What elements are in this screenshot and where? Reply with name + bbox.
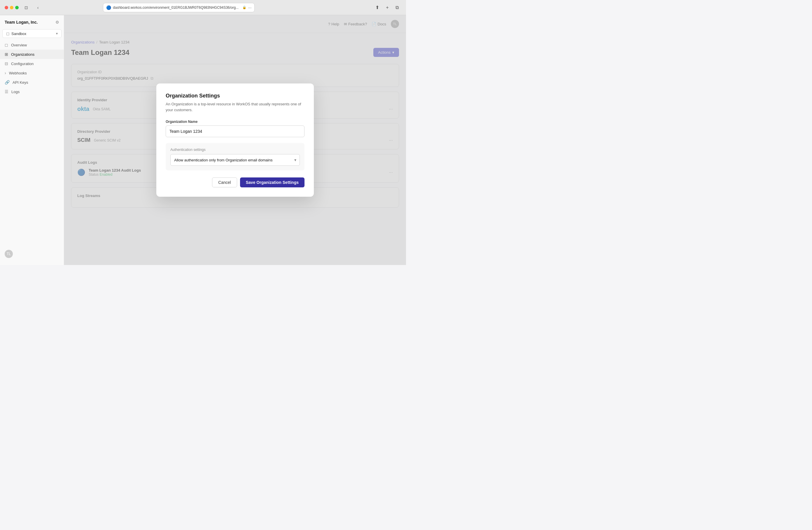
address-more-icon: ··· — [248, 5, 252, 10]
close-traffic-light[interactable] — [5, 6, 8, 9]
cancel-button[interactable]: Cancel — [212, 178, 237, 187]
auth-settings-section: Authentication settings Allow authentica… — [166, 143, 304, 170]
sidebar-toggle-button[interactable]: ⊡ — [22, 3, 30, 12]
org-name: Team Logan, Inc. — [5, 20, 38, 25]
save-organization-settings-button[interactable]: Save Organization Settings — [240, 178, 304, 187]
fullscreen-traffic-light[interactable] — [15, 6, 19, 9]
sidebar-item-webhooks[interactable]: › Webhooks — [0, 68, 64, 78]
minimize-traffic-light[interactable] — [10, 6, 13, 9]
sidebar-item-logs[interactable]: ☰ Logs — [0, 87, 64, 96]
split-view-button[interactable]: ⧉ — [393, 3, 401, 12]
env-label: Sandbox — [11, 31, 26, 36]
sidebar-item-organizations[interactable]: ⊞ Organizations — [0, 50, 64, 59]
lock-icon: 🔒 — [242, 5, 246, 9]
configuration-icon: ⊟ — [5, 61, 8, 66]
main-content: ? Help ✉ Feedback? 📄 Docs TL Organizatio… — [64, 15, 406, 265]
modal-title: Organization Settings — [166, 93, 304, 99]
sidebar-item-configuration-label: Configuration — [11, 61, 33, 66]
auth-settings-label: Authentication settings — [170, 148, 300, 152]
sidebar-item-webhooks-label: Webhooks — [9, 71, 27, 75]
sidebar-item-overview-label: Overview — [11, 43, 27, 47]
sidebar-item-overview[interactable]: ◻ Overview — [0, 40, 64, 50]
sidebar-item-organizations-label: Organizations — [11, 52, 34, 57]
sidebar-bottom: TL — [0, 248, 64, 260]
modal-description: An Organization is a top-level resource … — [166, 101, 304, 113]
settings-icon[interactable]: ⚙ — [55, 20, 59, 25]
auth-select-wrapper: Allow authentication only from Organizat… — [170, 154, 300, 166]
address-bar[interactable]: 🔵 dashboard.workos.com/environment_01ERG… — [103, 3, 255, 12]
browser-chrome: ⊡ ‹ 🔵 dashboard.workos.com/environment_0… — [0, 0, 406, 15]
sidebar-header: Team Logan, Inc. ⚙ — [0, 20, 64, 29]
new-tab-button[interactable]: + — [383, 3, 391, 12]
sidebar: Team Logan, Inc. ⚙ ◻ Sandbox ▾ ◻ Overvie… — [0, 15, 64, 265]
org-name-field-label: Organization Name — [166, 120, 304, 124]
modal-footer: Cancel Save Organization Settings — [166, 178, 304, 187]
address-text: dashboard.workos.com/environment_01ERG1B… — [113, 5, 240, 10]
sidebar-env-left: ◻ Sandbox — [6, 31, 26, 36]
org-name-input[interactable] — [166, 125, 304, 137]
sidebar-item-api-keys-label: API Keys — [13, 80, 28, 85]
sidebar-item-configuration[interactable]: ⊟ Configuration — [0, 59, 64, 68]
sidebar-item-api-keys[interactable]: 🔗 API Keys — [0, 78, 64, 87]
browser-back-button[interactable]: ‹ — [34, 3, 42, 12]
chevron-down-icon: ▾ — [56, 31, 58, 36]
browser-right-controls: ⬆ + ⧉ — [373, 3, 401, 12]
sandbox-icon: ◻ — [6, 31, 10, 36]
site-icon: 🔵 — [106, 5, 111, 10]
sidebar-item-logs-label: Logs — [11, 89, 19, 94]
organization-settings-modal: Organization Settings An Organization is… — [156, 83, 314, 197]
traffic-lights — [5, 6, 19, 9]
app-layout: Team Logan, Inc. ⚙ ◻ Sandbox ▾ ◻ Overvie… — [0, 15, 406, 265]
auth-select[interactable]: Allow authentication only from Organizat… — [170, 154, 300, 166]
user-avatar[interactable]: TL — [5, 250, 13, 258]
logs-icon: ☰ — [5, 89, 9, 94]
sidebar-env-selector[interactable]: ◻ Sandbox ▾ — [2, 29, 61, 38]
webhooks-icon: › — [5, 71, 6, 75]
overview-icon: ◻ — [5, 43, 8, 47]
api-keys-icon: 🔗 — [5, 80, 10, 85]
modal-overlay: Organization Settings An Organization is… — [64, 15, 406, 265]
share-button[interactable]: ⬆ — [373, 3, 381, 12]
organizations-icon: ⊞ — [5, 52, 8, 57]
